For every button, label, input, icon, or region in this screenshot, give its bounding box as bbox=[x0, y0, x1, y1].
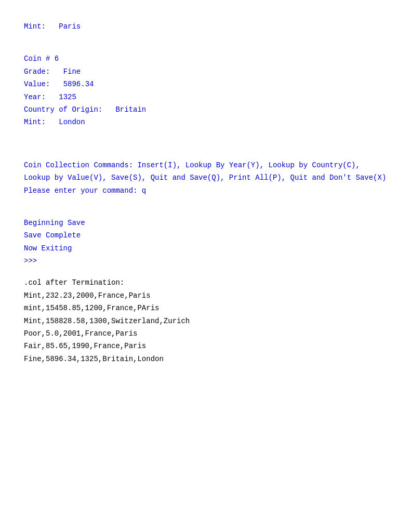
grade-value: Fine bbox=[63, 68, 81, 76]
file-output-line: Mint,232.23,2000,France,Paris bbox=[24, 290, 387, 301]
header-mint-label: Mint: bbox=[24, 22, 46, 31]
coin-number: Coin # 6 bbox=[24, 55, 59, 63]
header-mint-value: Paris bbox=[59, 22, 81, 31]
commands-line2: Lookup by Value(V), Save(S), Quit and Sa… bbox=[24, 172, 387, 183]
grade-label: Grade: bbox=[24, 68, 50, 76]
coin-mint-label: Mint: bbox=[24, 118, 46, 126]
value-line: Value: 5896.34 bbox=[24, 78, 387, 90]
file-output-line: mint,15458.85,1200,France,PAris bbox=[24, 302, 387, 314]
country-line: Country of Origin: Britain bbox=[24, 104, 387, 115]
country-value: Britain bbox=[115, 105, 146, 114]
now-exiting-line: Now Exiting bbox=[24, 243, 387, 254]
year-value: 1325 bbox=[59, 93, 76, 101]
header-mint-line: Mint: Paris bbox=[24, 21, 387, 32]
value-value: 5896.34 bbox=[63, 80, 94, 88]
year-line: Year: 1325 bbox=[24, 91, 387, 103]
python-prompt: >>> bbox=[24, 255, 387, 267]
coin-number-line: Coin # 6 bbox=[24, 53, 387, 64]
file-output-line: Fine,5896.34,1325,Britain,London bbox=[24, 353, 387, 365]
beginning-save-line: Beginning Save bbox=[24, 217, 387, 229]
save-complete-line: Save Complete bbox=[24, 230, 387, 241]
commands-line1: Coin Collection Commands: Insert(I), Loo… bbox=[24, 159, 387, 171]
file-output-line: Poor,5.0,2001,France,Paris bbox=[24, 328, 387, 339]
file-output-line: Fair,85.65,1990,France,Paris bbox=[24, 340, 387, 352]
file-output-lines: Mint,232.23,2000,France,Parismint,15458.… bbox=[24, 290, 387, 365]
year-label: Year: bbox=[24, 93, 46, 101]
value-label: Value: bbox=[24, 80, 50, 88]
file-output-header: .col after Termination: bbox=[24, 277, 387, 288]
coin-mint-value: London bbox=[59, 118, 85, 126]
grade-line: Grade: Fine bbox=[24, 66, 387, 77]
command-prompt: Please enter your command: q bbox=[24, 185, 387, 196]
file-output-line: Mint,158828.58,1300,Switzerland,Zurich bbox=[24, 315, 387, 327]
coin-mint-line: Mint: London bbox=[24, 116, 387, 128]
country-label: Country of Origin: bbox=[24, 105, 102, 114]
